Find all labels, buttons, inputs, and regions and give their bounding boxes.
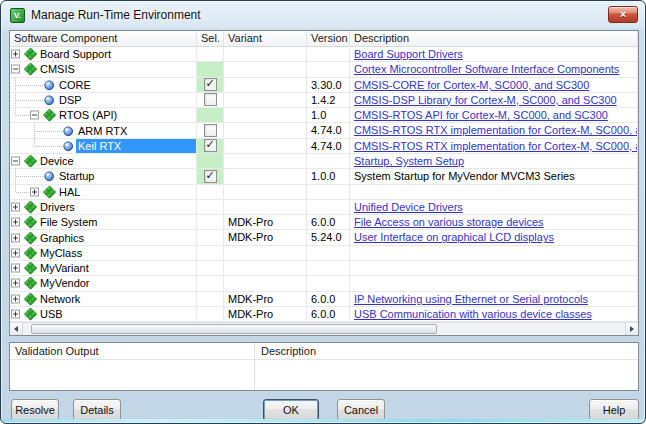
description-link[interactable]: CMSIS-DSP Library for Cortex-M, SC000, a…: [354, 94, 617, 106]
tree-expand-icon[interactable]: [11, 279, 20, 288]
tree-expand-icon[interactable]: [11, 264, 20, 273]
tree-expand-icon[interactable]: [11, 309, 20, 318]
component-label[interactable]: Keil RTX: [76, 139, 196, 153]
component-label[interactable]: RTOS (API): [57, 108, 119, 122]
component-label[interactable]: Network: [38, 292, 82, 306]
component-name-cell: HAL: [10, 185, 197, 200]
component-leaf-icon: [43, 93, 56, 106]
description-link[interactable]: CMSIS-RTOS RTX implementation for Cortex…: [354, 140, 638, 152]
description-link[interactable]: Startup, System Setup: [354, 155, 464, 167]
description-cell: Unified Device Drivers: [350, 200, 638, 215]
component-row[interactable]: ARM RTX4.74.0CMSIS-RTOS RTX implementati…: [10, 123, 638, 138]
manage-rte-dialog: V. Manage Run-Time Environment × Softwar…: [0, 0, 646, 424]
tree-guide-line: [34, 139, 35, 146]
select-checkbox[interactable]: [204, 139, 217, 152]
close-button[interactable]: ×: [608, 6, 638, 23]
variant-cell: MDK-Pro: [224, 215, 307, 230]
ok-button[interactable]: OK: [263, 399, 319, 421]
tree-expand-icon[interactable]: [11, 294, 20, 303]
tree-expand-icon[interactable]: [11, 248, 20, 257]
component-label[interactable]: DSP: [57, 93, 84, 107]
component-label[interactable]: Board Support: [38, 47, 113, 61]
description-link[interactable]: CMSIS-RTOS RTX implementation for Cortex…: [354, 124, 638, 136]
horizontal-scrollbar[interactable]: [10, 322, 638, 335]
select-checkbox[interactable]: [204, 124, 217, 137]
variant-cell: [224, 261, 307, 276]
scroll-left-arrow-icon[interactable]: [10, 323, 23, 335]
description-link[interactable]: CMSIS-RTOS API for Cortex-M, SC000, and …: [354, 109, 608, 121]
description-link[interactable]: Board Support Drivers: [354, 48, 463, 60]
validation-header: Validation Output Description: [10, 343, 638, 360]
description-cell: [350, 246, 638, 261]
component-label[interactable]: File System: [38, 215, 99, 229]
component-row[interactable]: DriversUnified Device Drivers: [10, 200, 638, 215]
description-cell: CMSIS-CORE for Cortex-M, SC000, and SC30…: [350, 78, 638, 93]
component-label[interactable]: HAL: [57, 185, 82, 199]
component-label[interactable]: Graphics: [38, 231, 86, 245]
cancel-button[interactable]: Cancel: [337, 399, 385, 421]
tree-collapse-icon[interactable]: [11, 65, 20, 74]
tree-expand-icon[interactable]: [30, 187, 39, 196]
description-link[interactable]: File Access on various storage devices: [354, 216, 544, 228]
component-row[interactable]: HAL: [10, 185, 638, 200]
details-button[interactable]: Details: [73, 399, 121, 421]
resolve-button[interactable]: Resolve: [11, 399, 59, 421]
component-label[interactable]: ARM RTX: [76, 124, 129, 138]
description-cell: Board Support Drivers: [350, 47, 638, 62]
component-label[interactable]: MyVariant: [38, 261, 91, 275]
description-link[interactable]: Cortex Microcontroller Software Interfac…: [354, 63, 619, 75]
variant-cell: [224, 246, 307, 261]
component-row[interactable]: Startup1.0.0System Startup for MyVendor …: [10, 169, 638, 184]
select-checkbox[interactable]: [204, 170, 217, 183]
grid-body: Board SupportBoard Support DriversCMSISC…: [10, 47, 638, 322]
component-row[interactable]: GraphicsMDK-Pro5.24.0User Interface on g…: [10, 230, 638, 245]
component-row[interactable]: DSP1.4.2CMSIS-DSP Library for Cortex-M, …: [10, 93, 638, 108]
component-row[interactable]: DeviceStartup, System Setup: [10, 154, 638, 169]
version-cell: [307, 200, 350, 215]
scroll-right-arrow-icon[interactable]: [625, 323, 638, 335]
component-label[interactable]: Startup: [57, 169, 96, 183]
tree-expand-icon[interactable]: [11, 50, 20, 59]
variant-cell: [224, 185, 307, 200]
description-link[interactable]: USB Communication with various device cl…: [354, 308, 592, 320]
select-checkbox[interactable]: [204, 78, 217, 91]
component-row[interactable]: CMSISCortex Microcontroller Software Int…: [10, 62, 638, 77]
component-row[interactable]: NetworkMDK-Pro6.0.0IP Networking using E…: [10, 292, 638, 307]
scrollbar-track[interactable]: [23, 323, 625, 335]
title-bar[interactable]: V. Manage Run-Time Environment ×: [1, 1, 645, 29]
description-link[interactable]: CMSIS-CORE for Cortex-M, SC000, and SC30…: [354, 79, 589, 91]
description-link[interactable]: IP Networking using Ethernet or Serial p…: [354, 293, 588, 305]
tree-expand-icon[interactable]: [11, 218, 20, 227]
column-header-sel: Sel.: [197, 31, 224, 46]
tree-connector-line: [16, 115, 30, 116]
validation-output-header: Validation Output: [10, 345, 254, 357]
component-label[interactable]: CMSIS: [38, 62, 77, 76]
select-checkbox[interactable]: [204, 93, 217, 106]
component-label[interactable]: USB: [38, 307, 65, 321]
tree-collapse-icon[interactable]: [30, 111, 39, 120]
component-label[interactable]: MyClass: [38, 246, 84, 260]
tree-collapse-icon[interactable]: [11, 157, 20, 166]
component-row[interactable]: RTOS (API)1.0CMSIS-RTOS API for Cortex-M…: [10, 108, 638, 123]
component-row[interactable]: USBMDK-Pro6.0.0USB Communication with va…: [10, 307, 638, 322]
component-row[interactable]: File SystemMDK-Pro6.0.0File Access on va…: [10, 215, 638, 230]
tree-expand-icon[interactable]: [11, 202, 20, 211]
component-row[interactable]: MyVendor: [10, 276, 638, 291]
variant-cell: MDK-Pro: [224, 292, 307, 307]
component-row[interactable]: MyVariant: [10, 261, 638, 276]
tree-guide-line: [15, 108, 16, 115]
help-button[interactable]: Help: [589, 399, 639, 421]
component-label[interactable]: Drivers: [38, 200, 77, 214]
description-link[interactable]: User Interface on graphical LCD displays: [354, 231, 554, 243]
component-row[interactable]: MyClass: [10, 246, 638, 261]
component-label[interactable]: MyVendor: [38, 276, 92, 290]
tree-connector-line: [16, 85, 43, 86]
component-label[interactable]: Device: [38, 154, 76, 168]
scrollbar-thumb[interactable]: [31, 324, 437, 334]
component-row[interactable]: CORE3.30.0CMSIS-CORE for Cortex-M, SC000…: [10, 78, 638, 93]
component-row[interactable]: Board SupportBoard Support Drivers: [10, 47, 638, 62]
component-row[interactable]: Keil RTX4.74.0CMSIS-RTOS RTX implementat…: [10, 139, 638, 154]
description-link[interactable]: Unified Device Drivers: [354, 201, 463, 213]
tree-expand-icon[interactable]: [11, 233, 20, 242]
component-label[interactable]: CORE: [57, 78, 93, 92]
